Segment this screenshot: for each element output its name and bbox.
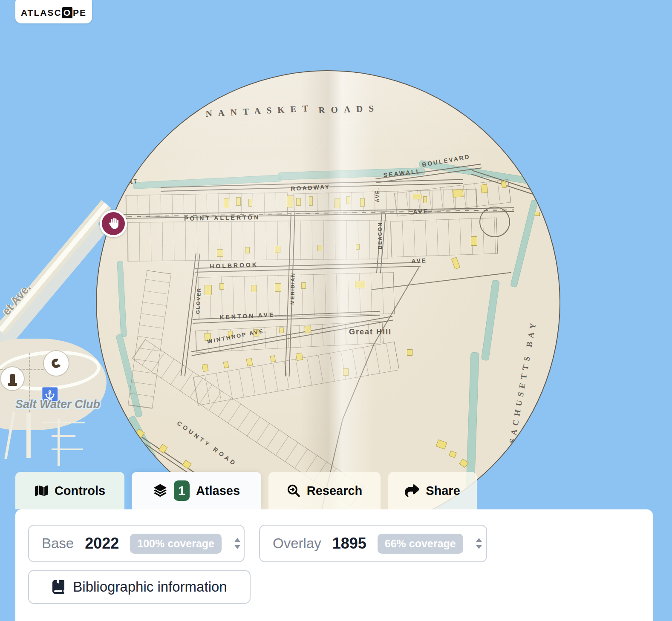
base-coverage-badge: 100% coverage	[130, 534, 222, 554]
atlascope-logo[interactable]: ATLASCOPE	[15, 0, 92, 23]
base-year-selector[interactable]: Base 2022 100% coverage	[28, 525, 245, 562]
base-year-value: 2022	[85, 535, 119, 552]
app-root: et Ave. Salt Water Club NANTASKETROADSME…	[0, 0, 672, 621]
historic-map-label: BEACON	[377, 222, 383, 249]
historic-map-label: POINT ALLERTON	[184, 214, 260, 222]
paper-fold-shading	[97, 71, 560, 534]
tab-controls[interactable]: Controls	[15, 472, 124, 509]
lens-drag-handle[interactable]	[100, 210, 127, 237]
tab-research-label: Research	[307, 484, 363, 498]
modern-road	[0, 200, 111, 335]
bibliographic-information-label: Bibliographic information	[73, 579, 227, 595]
historic-map-label: AVE.	[375, 187, 381, 202]
overlay-label: Overlay	[273, 535, 321, 552]
overlay-year-selector[interactable]: Overlay 1895 66% coverage	[259, 525, 487, 562]
overlay-coverage-badge: 66% coverage	[378, 534, 463, 554]
overlay-year-value: 1895	[332, 535, 366, 552]
historic-map-label: ROADS	[318, 103, 380, 116]
chevron-up-down-icon	[474, 536, 484, 551]
share-icon	[405, 483, 419, 498]
search-arrow-icon	[287, 484, 300, 497]
monument-icon[interactable]	[1, 367, 24, 390]
pier	[52, 448, 83, 450]
historic-map-label: Great Hill	[349, 328, 392, 336]
pier	[42, 422, 85, 423]
hand-icon	[106, 216, 121, 231]
pier	[58, 419, 60, 466]
book-icon	[52, 580, 65, 594]
historic-map-label: AVE	[413, 208, 429, 215]
chevron-up-down-icon	[233, 536, 242, 551]
fort-icon[interactable]	[44, 351, 69, 376]
tab-research[interactable]: Research	[268, 472, 381, 509]
atlases-count-badge: 1	[174, 480, 190, 501]
poi-label: Salt Water Club	[15, 398, 100, 411]
base-label: Base	[42, 535, 74, 552]
logo-text-pre: ATLASC	[21, 8, 62, 18]
tab-atlases[interactable]: 1 Atlases	[132, 472, 261, 509]
logo-text-post: PE	[73, 8, 87, 18]
historic-map-label: AVE	[411, 257, 427, 264]
tab-share[interactable]: Share	[388, 472, 477, 509]
spyglass-lens[interactable]: NANTASKETROADSMENTROADWAYSEAWALLBOULEVAR…	[96, 70, 560, 535]
historic-map-label: MERIDIAN	[289, 273, 296, 305]
logo-boxed-letter: O	[62, 7, 72, 18]
pier	[26, 413, 31, 458]
tab-share-label: Share	[426, 484, 460, 498]
pier	[52, 435, 75, 437]
tab-controls-label: Controls	[55, 484, 105, 498]
layers-icon	[153, 483, 167, 498]
tab-atlases-label: Atlases	[196, 484, 240, 498]
bibliographic-information-button[interactable]: Bibliographic information	[28, 570, 251, 604]
bottom-panel: Base 2022 100% coverage Overlay 1895 66%…	[15, 509, 653, 621]
map-icon	[35, 484, 48, 497]
